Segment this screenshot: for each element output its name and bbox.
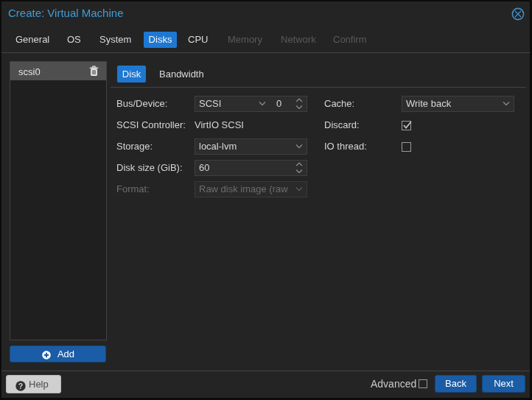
svg-text:?: ? [18, 382, 23, 390]
